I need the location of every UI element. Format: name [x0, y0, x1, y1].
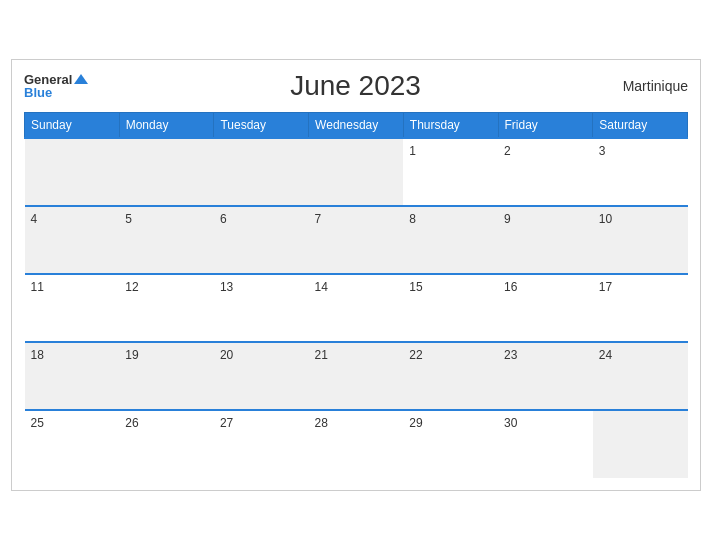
- day-number: 22: [409, 348, 422, 362]
- day-number: 12: [125, 280, 138, 294]
- calendar-day-cell: 15: [403, 274, 498, 342]
- day-number: 4: [31, 212, 38, 226]
- calendar-day-cell: [214, 138, 309, 206]
- calendar-day-cell: 14: [309, 274, 404, 342]
- calendar-day-cell: [119, 138, 214, 206]
- day-number: 30: [504, 416, 517, 430]
- calendar-day-cell: 28: [309, 410, 404, 478]
- day-number: 3: [599, 144, 606, 158]
- day-number: 23: [504, 348, 517, 362]
- calendar-day-cell: [593, 410, 688, 478]
- calendar-day-cell: 18: [25, 342, 120, 410]
- day-number: 2: [504, 144, 511, 158]
- day-number: 13: [220, 280, 233, 294]
- calendar-day-cell: 21: [309, 342, 404, 410]
- day-number: 19: [125, 348, 138, 362]
- day-number: 10: [599, 212, 612, 226]
- calendar-table: Sunday Monday Tuesday Wednesday Thursday…: [24, 112, 688, 478]
- calendar-day-cell: 7: [309, 206, 404, 274]
- col-wednesday: Wednesday: [309, 113, 404, 139]
- calendar-day-cell: [25, 138, 120, 206]
- calendar-week-row: 252627282930: [25, 410, 688, 478]
- calendar-day-cell: 13: [214, 274, 309, 342]
- calendar-day-cell: 25: [25, 410, 120, 478]
- calendar-day-cell: [309, 138, 404, 206]
- day-number: 16: [504, 280, 517, 294]
- logo-triangle-icon: [74, 74, 88, 84]
- calendar-week-row: 123: [25, 138, 688, 206]
- logo-blue: Blue: [24, 86, 52, 99]
- col-tuesday: Tuesday: [214, 113, 309, 139]
- calendar-container: General Blue June 2023 Martinique Sunday…: [11, 59, 701, 491]
- calendar-day-cell: 30: [498, 410, 593, 478]
- calendar-day-cell: 26: [119, 410, 214, 478]
- calendar-week-row: 11121314151617: [25, 274, 688, 342]
- calendar-day-cell: 12: [119, 274, 214, 342]
- day-number: 21: [315, 348, 328, 362]
- day-number: 8: [409, 212, 416, 226]
- day-number: 5: [125, 212, 132, 226]
- calendar-day-cell: 9: [498, 206, 593, 274]
- day-number: 14: [315, 280, 328, 294]
- calendar-day-cell: 4: [25, 206, 120, 274]
- calendar-header: General Blue June 2023 Martinique: [24, 70, 688, 102]
- calendar-day-cell: 29: [403, 410, 498, 478]
- day-number: 20: [220, 348, 233, 362]
- calendar-day-cell: 23: [498, 342, 593, 410]
- day-number: 27: [220, 416, 233, 430]
- day-number: 11: [31, 280, 44, 294]
- calendar-day-cell: 17: [593, 274, 688, 342]
- calendar-day-cell: 6: [214, 206, 309, 274]
- day-number: 24: [599, 348, 612, 362]
- day-number: 6: [220, 212, 227, 226]
- calendar-day-cell: 27: [214, 410, 309, 478]
- day-number: 17: [599, 280, 612, 294]
- calendar-day-cell: 2: [498, 138, 593, 206]
- calendar-week-row: 18192021222324: [25, 342, 688, 410]
- calendar-day-cell: 11: [25, 274, 120, 342]
- calendar-day-cell: 10: [593, 206, 688, 274]
- calendar-day-cell: 22: [403, 342, 498, 410]
- calendar-day-cell: 3: [593, 138, 688, 206]
- calendar-title: June 2023: [290, 70, 421, 102]
- calendar-region: Martinique: [623, 78, 688, 94]
- col-saturday: Saturday: [593, 113, 688, 139]
- col-sunday: Sunday: [25, 113, 120, 139]
- calendar-day-cell: 20: [214, 342, 309, 410]
- col-friday: Friday: [498, 113, 593, 139]
- calendar-day-cell: 16: [498, 274, 593, 342]
- calendar-day-cell: 24: [593, 342, 688, 410]
- day-number: 29: [409, 416, 422, 430]
- col-thursday: Thursday: [403, 113, 498, 139]
- calendar-day-cell: 8: [403, 206, 498, 274]
- day-number: 9: [504, 212, 511, 226]
- calendar-week-row: 45678910: [25, 206, 688, 274]
- col-monday: Monday: [119, 113, 214, 139]
- calendar-day-cell: 19: [119, 342, 214, 410]
- day-number: 18: [31, 348, 44, 362]
- calendar-header-row: Sunday Monday Tuesday Wednesday Thursday…: [25, 113, 688, 139]
- logo: General Blue: [24, 73, 88, 99]
- calendar-day-cell: 5: [119, 206, 214, 274]
- calendar-day-cell: 1: [403, 138, 498, 206]
- day-number: 28: [315, 416, 328, 430]
- day-number: 25: [31, 416, 44, 430]
- day-number: 7: [315, 212, 322, 226]
- day-number: 15: [409, 280, 422, 294]
- day-number: 1: [409, 144, 416, 158]
- day-number: 26: [125, 416, 138, 430]
